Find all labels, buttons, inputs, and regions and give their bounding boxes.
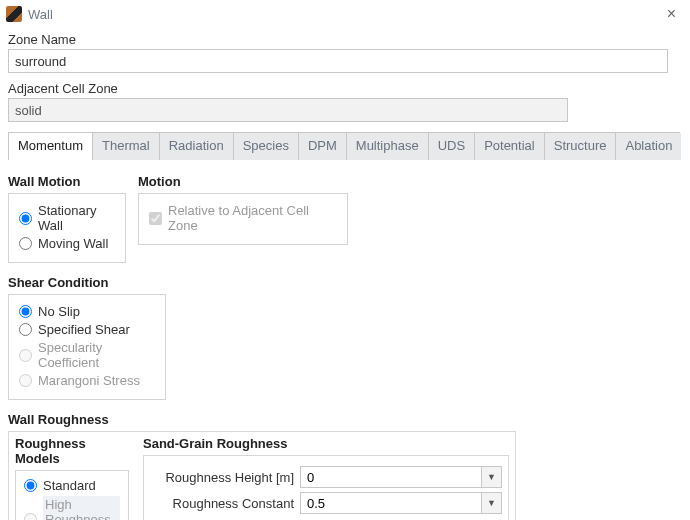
- zone-name-input[interactable]: [8, 49, 668, 73]
- close-icon[interactable]: ×: [663, 5, 680, 23]
- roughness-constant-input[interactable]: [300, 492, 482, 514]
- tabstrip: MomentumThermalRadiationSpeciesDPMMultip…: [8, 132, 680, 160]
- tab-radiation[interactable]: Radiation: [160, 133, 234, 160]
- sand-grain-panel: Roughness Height [m] ▼ Roughness Constan…: [143, 455, 509, 520]
- shear-option: Marangoni Stress: [19, 373, 155, 388]
- tab-structure[interactable]: Structure: [545, 133, 617, 160]
- shear-option-label: Specified Shear: [38, 322, 130, 337]
- roughness-models-panel: StandardHigh Roughness (Icing): [15, 470, 129, 520]
- wall-motion-title: Wall Motion: [8, 174, 126, 189]
- tab-species[interactable]: Species: [234, 133, 299, 160]
- adjacent-cell-zone-label: Adjacent Cell Zone: [8, 81, 682, 96]
- wall-motion-option-label: Stationary Wall: [38, 203, 115, 233]
- shear-condition-panel: No SlipSpecified ShearSpecularity Coeffi…: [8, 294, 166, 400]
- shear-option-label: Specularity Coefficient: [38, 340, 155, 370]
- tab-thermal[interactable]: Thermal: [93, 133, 160, 160]
- motion-panel: Relative to Adjacent Cell Zone: [138, 193, 348, 245]
- motion-title: Motion: [138, 174, 348, 189]
- roughness-models-title: Roughness Models: [15, 436, 129, 466]
- tab-multiphase[interactable]: Multiphase: [347, 133, 429, 160]
- wall-roughness-panel: Roughness Models StandardHigh Roughness …: [8, 431, 516, 520]
- roughness-constant-label: Roughness Constant: [150, 496, 300, 511]
- wall-motion-radio[interactable]: [19, 212, 32, 225]
- relative-to-adjacent-label: Relative to Adjacent Cell Zone: [168, 203, 337, 233]
- roughness-model-label: High Roughness (Icing): [43, 496, 120, 520]
- shear-radio[interactable]: [19, 305, 32, 318]
- chevron-down-icon: ▼: [487, 472, 496, 482]
- shear-option: Specularity Coefficient: [19, 340, 155, 370]
- shear-radio: [19, 374, 32, 387]
- shear-option[interactable]: No Slip: [19, 304, 155, 319]
- shear-condition-title: Shear Condition: [8, 275, 682, 290]
- shear-radio: [19, 349, 32, 362]
- wall-motion-radio[interactable]: [19, 237, 32, 250]
- shear-option-label: Marangoni Stress: [38, 373, 140, 388]
- roughness-height-dropdown[interactable]: ▼: [482, 466, 502, 488]
- roughness-model-radio: [24, 513, 37, 520]
- roughness-constant-dropdown[interactable]: ▼: [482, 492, 502, 514]
- wall-motion-option[interactable]: Moving Wall: [19, 236, 115, 251]
- relative-to-adjacent-checkbox: [149, 212, 162, 225]
- wall-motion-panel: Stationary WallMoving Wall: [8, 193, 126, 263]
- wall-motion-option[interactable]: Stationary Wall: [19, 203, 115, 233]
- titlebar: Wall ×: [0, 0, 690, 26]
- roughness-height-input[interactable]: [300, 466, 482, 488]
- tab-momentum[interactable]: Momentum: [9, 133, 93, 160]
- wall-motion-option-label: Moving Wall: [38, 236, 108, 251]
- roughness-model-label: Standard: [43, 478, 96, 493]
- app-icon: [6, 6, 22, 22]
- window-title: Wall: [28, 7, 53, 22]
- shear-radio[interactable]: [19, 323, 32, 336]
- roughness-height-label: Roughness Height [m]: [150, 470, 300, 485]
- sand-grain-title: Sand-Grain Roughness: [143, 436, 509, 451]
- shear-option-label: No Slip: [38, 304, 80, 319]
- adjacent-cell-zone-input: [8, 98, 568, 122]
- tab-dpm[interactable]: DPM: [299, 133, 347, 160]
- zone-name-label: Zone Name: [8, 32, 682, 47]
- wall-roughness-title: Wall Roughness: [8, 412, 682, 427]
- chevron-down-icon: ▼: [487, 498, 496, 508]
- roughness-model-option[interactable]: Standard: [24, 478, 120, 493]
- tab-uds[interactable]: UDS: [429, 133, 475, 160]
- tab-ablation[interactable]: Ablation: [616, 133, 681, 160]
- relative-to-adjacent-row: Relative to Adjacent Cell Zone: [149, 203, 337, 233]
- roughness-model-option: High Roughness (Icing): [24, 496, 120, 520]
- roughness-model-radio[interactable]: [24, 479, 37, 492]
- tab-potential[interactable]: Potential: [475, 133, 545, 160]
- shear-option[interactable]: Specified Shear: [19, 322, 155, 337]
